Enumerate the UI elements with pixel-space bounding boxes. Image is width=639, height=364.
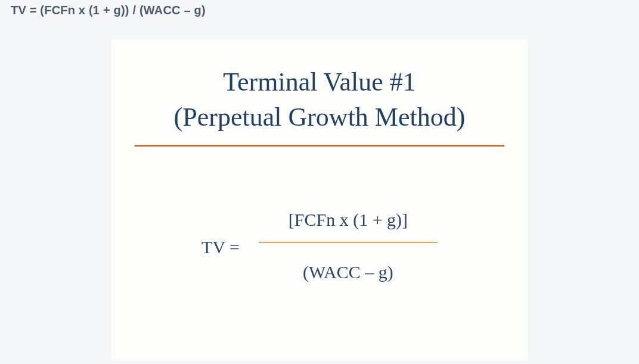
formula-denominator: (WACC – g): [298, 259, 398, 286]
card-title: Terminal Value #1 (Perpetual Growth Meth…: [111, 39, 528, 145]
formula-card: Terminal Value #1 (Perpetual Growth Meth…: [111, 39, 528, 361]
formula-lhs: TV =: [201, 235, 240, 257]
title-line-1: Terminal Value #1: [223, 67, 416, 97]
inline-formula-text: TV = (FCFn x (1 + g)) / (WACC – g): [11, 4, 206, 17]
fraction-divider: [259, 242, 438, 243]
title-line-2: (Perpetual Growth Method): [174, 102, 466, 132]
formula-numerator: [FCFn x (1 + g)]: [284, 206, 412, 234]
title-divider: [135, 145, 504, 147]
terminal-value-formula: TV = [FCFn x (1 + g)] (WACC – g): [111, 206, 528, 286]
formula-fraction: [FCFn x (1 + g)] (WACC – g): [259, 206, 438, 286]
